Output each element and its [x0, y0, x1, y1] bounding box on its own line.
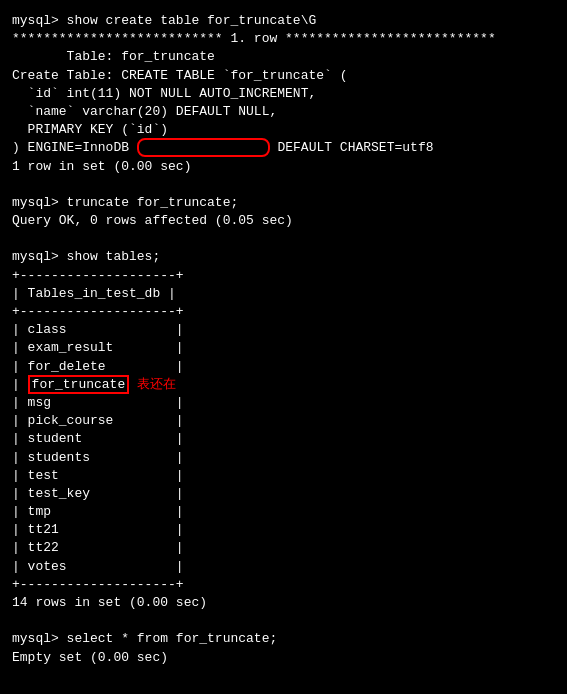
line-22: | msg |	[12, 394, 555, 412]
line-15: +--------------------+	[12, 267, 555, 285]
chinese-annotation: 表还在	[137, 377, 176, 392]
line-28: | tmp |	[12, 503, 555, 521]
auto-increment-highlight: AUTO_INCREMENT=4	[137, 138, 270, 157]
line-1: mysql> show create table for_truncate\G	[12, 12, 555, 30]
line-2: *************************** 1. row *****…	[12, 30, 555, 48]
line-35: mysql> select * from for_truncate;	[12, 630, 555, 648]
line-36: Empty set (0.00 sec)	[12, 649, 555, 667]
line-19: | exam_result |	[12, 339, 555, 357]
line-34	[12, 612, 555, 630]
terminal: mysql> show create table for_truncate\G …	[8, 8, 559, 671]
line-11: mysql> truncate for_truncate;	[12, 194, 555, 212]
line-7: PRIMARY KEY (`id`)	[12, 121, 555, 139]
line-25: | students |	[12, 449, 555, 467]
line-30: | tt22 |	[12, 539, 555, 557]
line-20: | for_delete |	[12, 358, 555, 376]
line-26: | test |	[12, 467, 555, 485]
line-12: Query OK, 0 rows affected (0.05 sec)	[12, 212, 555, 230]
line-18: | class |	[12, 321, 555, 339]
line-6: `name` varchar(20) DEFAULT NULL,	[12, 103, 555, 121]
line-32: +--------------------+	[12, 576, 555, 594]
line-3: Table: for_truncate	[12, 48, 555, 66]
line-16: | Tables_in_test_db |	[12, 285, 555, 303]
line-23: | pick_course |	[12, 412, 555, 430]
line-5: `id` int(11) NOT NULL AUTO_INCREMENT,	[12, 85, 555, 103]
line-33: 14 rows in set (0.00 sec)	[12, 594, 555, 612]
line-24: | student |	[12, 430, 555, 448]
line-4: Create Table: CREATE TABLE `for_truncate…	[12, 67, 555, 85]
line-31: | votes |	[12, 558, 555, 576]
line-21: | for_truncate 表还在	[12, 376, 555, 394]
line-14: mysql> show tables;	[12, 248, 555, 266]
line-17: +--------------------+	[12, 303, 555, 321]
line-13	[12, 230, 555, 248]
line-27: | test_key |	[12, 485, 555, 503]
for-truncate-highlight: for_truncate	[28, 375, 130, 394]
line-10	[12, 176, 555, 194]
line-9: 1 row in set (0.00 sec)	[12, 158, 555, 176]
line-8: ) ENGINE=InnoDB AUTO_INCREMENT=4 DEFAULT…	[12, 139, 555, 157]
line-29: | tt21 |	[12, 521, 555, 539]
